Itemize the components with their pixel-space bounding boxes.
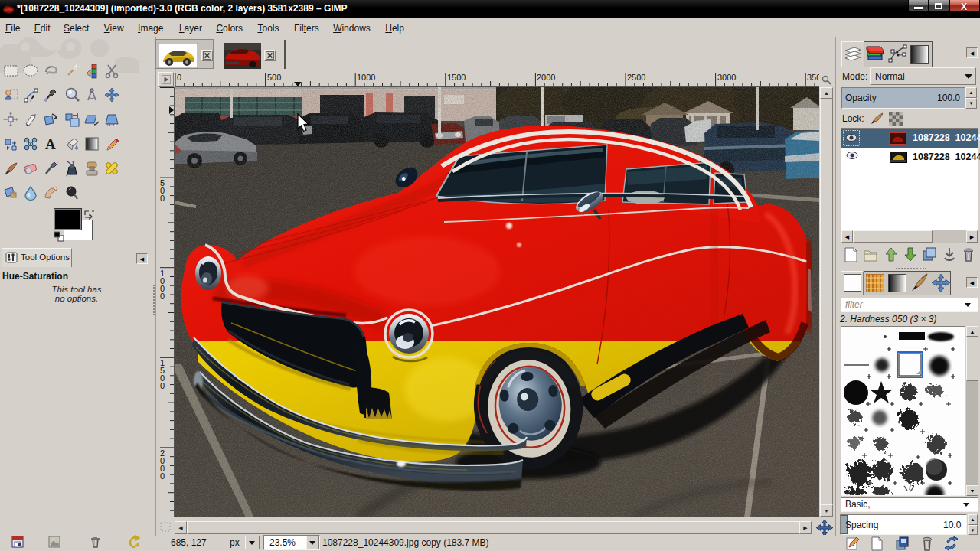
svg-text:2000: 2000 xyxy=(537,73,555,82)
svg-text:0: 0 xyxy=(160,292,165,301)
svg-text:0: 0 xyxy=(160,194,165,203)
svg-text:3000: 3000 xyxy=(717,73,736,82)
svg-text:0: 0 xyxy=(160,381,165,390)
svg-text:2500: 2500 xyxy=(627,73,645,82)
svg-text:1000: 1000 xyxy=(357,73,375,82)
svg-text:1500: 1500 xyxy=(447,73,466,82)
svg-text:A: A xyxy=(45,136,56,152)
svg-text:3500: 3500 xyxy=(807,73,819,82)
svg-text:500: 500 xyxy=(267,73,281,82)
svg-text:0: 0 xyxy=(160,471,165,481)
svg-text:0: 0 xyxy=(177,73,181,82)
